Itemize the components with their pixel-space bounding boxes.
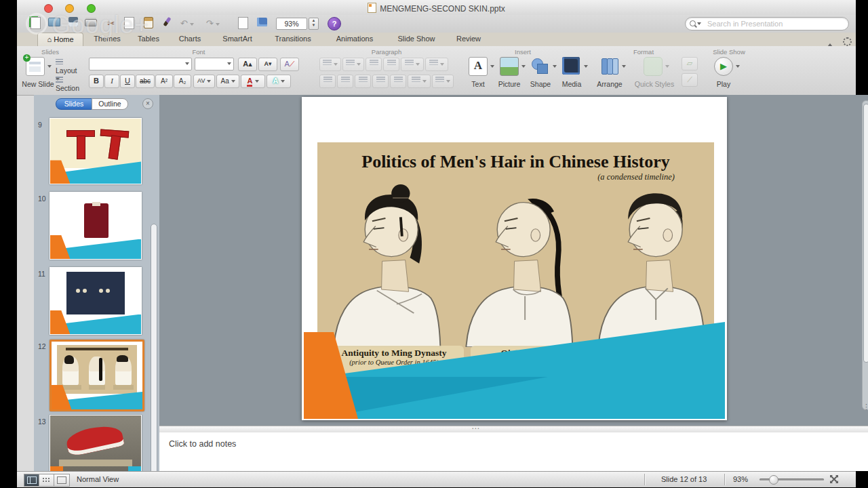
gear-icon (843, 37, 852, 46)
ribbon-group-font: Font A▴ A▾ A⟋ B I U abc A² A₂ AV Aa A (83, 46, 314, 95)
layout-icon (56, 59, 63, 65)
align-left-button[interactable] (319, 75, 336, 88)
shrink-font-button[interactable]: A▾ (258, 58, 277, 71)
presenter-view-icon (57, 476, 66, 484)
tab-transitions[interactable]: Transitions (267, 33, 319, 45)
ribbon-group-format: Format Arrange Quick Styles ▱ ⟋ (588, 46, 699, 95)
thumbnail-number: 11 (38, 270, 45, 278)
grow-font-button[interactable]: A▴ (238, 58, 257, 71)
insert-text-dropdown-icon[interactable] (490, 65, 494, 68)
change-case-button[interactable]: Aa (216, 75, 239, 88)
search-field (685, 17, 849, 30)
slide-thumbnail-11[interactable] (50, 267, 142, 335)
play-slideshow-button[interactable]: ▶ (714, 57, 733, 76)
close-panel-button[interactable]: × (142, 98, 153, 109)
view-label: Normal View (77, 475, 119, 483)
bold-button[interactable]: B (89, 75, 104, 88)
font-size-combobox[interactable] (195, 58, 234, 70)
slide-position-indicator: Slide 12 of 13 (661, 475, 707, 483)
divider-handle-icon[interactable]: ⋯ (471, 424, 479, 433)
text-effects-button[interactable]: A (267, 75, 291, 88)
powerpoint-window: MENGMENG-SECOND SKIN.pptx ✂ ↶ (17, 0, 856, 487)
panel-scrollbar[interactable] (151, 224, 157, 476)
italic-button[interactable]: I (104, 75, 119, 88)
format-painter-button[interactable] (159, 17, 174, 30)
new-slide-button[interactable]: + (26, 57, 45, 76)
columns-button[interactable] (390, 75, 406, 88)
font-color-button[interactable]: A (241, 75, 265, 88)
slide-figures-illustration (317, 178, 714, 347)
panel-tab-outline[interactable]: Outline (92, 98, 128, 110)
decrease-indent-button[interactable] (366, 58, 382, 71)
clear-formatting-button[interactable]: A⟋ (280, 58, 299, 71)
slide-thumbnail-13[interactable] (50, 415, 142, 472)
slide-canvas[interactable]: Politics of Men's Hair in Chinese Histor… (302, 97, 727, 420)
google-plus-watermark: Google+ (26, 11, 149, 39)
notes-placeholder[interactable]: Click to add notes (169, 439, 236, 449)
presenter-view-button[interactable] (54, 474, 70, 487)
fit-slide-button[interactable] (829, 474, 839, 485)
vertical-scrollbar-thumb[interactable] (863, 104, 868, 363)
tab-slide-show[interactable]: Slide Show (391, 33, 441, 45)
search-input[interactable] (706, 18, 841, 29)
insert-text-button[interactable]: A (469, 57, 488, 76)
insert-media-button[interactable] (562, 57, 580, 75)
tab-animations[interactable]: Animations (328, 33, 382, 45)
quick-styles-dropdown-icon[interactable] (665, 65, 669, 68)
insert-shape-button[interactable] (531, 57, 549, 75)
play-dropdown-icon[interactable] (736, 65, 740, 68)
bullets-button[interactable] (319, 58, 341, 71)
text-direction-button[interactable] (425, 58, 448, 71)
insert-picture-button[interactable] (500, 57, 519, 76)
align-right-button[interactable] (355, 75, 371, 88)
arrange-button[interactable] (600, 57, 618, 75)
pane-resize-handle-vertical[interactable]: ⋮ (863, 403, 868, 410)
tab-smartart[interactable]: SmartArt (215, 33, 260, 45)
slide-title[interactable]: Politics of Men's Hair in Chinese Histor… (317, 152, 714, 172)
undo-button[interactable]: ↶ (180, 17, 195, 30)
media-browser-button[interactable] (254, 17, 269, 30)
redo-button[interactable]: ↷ (205, 17, 220, 30)
tab-charts[interactable]: Charts (172, 33, 208, 45)
font-name-combobox[interactable] (89, 58, 192, 70)
thumbnail-number: 12 (38, 342, 46, 350)
justify-button[interactable] (372, 75, 389, 88)
strikethrough-button[interactable]: abc (136, 75, 155, 88)
tab-review[interactable]: Review (450, 33, 488, 45)
align-center-button[interactable] (337, 75, 353, 88)
zoom-slider-track[interactable] (760, 479, 824, 481)
align-text-button[interactable] (408, 75, 431, 88)
zoom-slider-knob[interactable] (769, 475, 778, 485)
superscript-button[interactable]: A² (155, 75, 173, 88)
numbering-button[interactable] (342, 58, 364, 71)
shape-fill-button[interactable]: ▱ (682, 57, 698, 70)
zoom-stepper[interactable]: ▲▼ (309, 18, 319, 30)
insert-picture-dropdown-icon[interactable] (521, 65, 526, 68)
zoom-combobox[interactable]: 93% (276, 18, 307, 30)
media-browser-icon (257, 18, 267, 26)
convert-smartart-button[interactable] (432, 75, 454, 88)
panel-tab-slides[interactable]: Slides (56, 98, 92, 110)
underline-button[interactable]: U (120, 75, 135, 88)
line-spacing-button[interactable] (401, 58, 424, 71)
shape-line-button[interactable]: ⟋ (682, 73, 698, 87)
subscript-button[interactable]: A₂ (174, 75, 191, 88)
vertical-scrollbar[interactable] (862, 100, 868, 410)
increase-indent-button[interactable] (383, 58, 399, 71)
slide-thumbnail-9[interactable] (50, 118, 142, 184)
slide-thumbnail-12-selected[interactable] (50, 340, 144, 411)
character-spacing-button[interactable]: AV (193, 75, 215, 88)
slide-thumbnail-10[interactable] (50, 192, 142, 260)
new-slide-dropdown-icon[interactable] (47, 65, 52, 68)
redo-icon: ↷ (206, 18, 214, 28)
quick-styles-button[interactable] (644, 57, 663, 76)
shape-line-icon: ⟋ (687, 75, 692, 83)
help-button[interactable]: ? (328, 17, 341, 30)
search-scope-dropdown-icon[interactable] (697, 22, 701, 25)
notes-pane[interactable]: Click to add notes (159, 432, 868, 471)
normal-view-button[interactable] (24, 474, 40, 487)
arrange-dropdown-icon[interactable] (622, 65, 626, 68)
show-formatting-button[interactable] (235, 17, 250, 30)
slide-sorter-view-button[interactable] (39, 474, 55, 487)
insert-shape-dropdown-icon[interactable] (553, 65, 557, 68)
